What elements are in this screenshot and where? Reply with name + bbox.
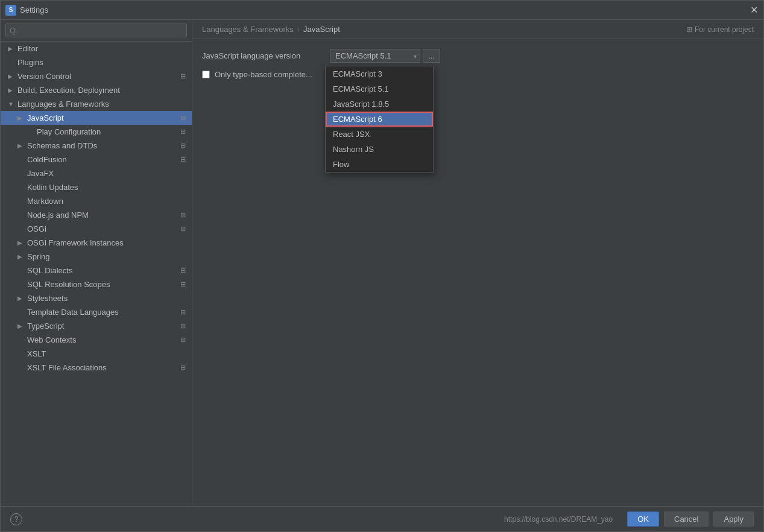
sidebar-item-label: Build, Execution, Deployment [17, 86, 120, 95]
sidebar-item-version-control[interactable]: ▶Version Control⊞ [1, 69, 192, 83]
bottom-left: ? [10, 513, 22, 525]
option-flow[interactable]: Flow [326, 157, 433, 172]
arrow-icon: ▶ [17, 295, 26, 302]
checkbox-label: Only type-based complete... [215, 70, 312, 79]
sidebar-item-label: OSGi Framework Instances [27, 238, 124, 247]
sidebar-item-kotlin-updates[interactable]: Kotlin Updates [1, 180, 192, 194]
sidebar-item-editor[interactable]: ▶Editor [1, 42, 192, 55]
arrow-icon: ▼ [8, 101, 16, 107]
sidebar-item-label: Schemas and DTDs [27, 141, 97, 150]
copy-icon: ⊞ [178, 156, 187, 164]
search-input[interactable] [5, 24, 187, 37]
close-button[interactable]: ✕ [749, 5, 759, 15]
sidebar-item-label: XSLT [27, 349, 46, 358]
sidebar-item-sql-resolution-scopes[interactable]: SQL Resolution Scopes⊞ [1, 277, 192, 291]
sidebar-item-web-contexts[interactable]: Web Contexts⊞ [1, 333, 192, 347]
language-version-dropdown-wrapper: ECMAScript 5.1 ▾ ... [330, 49, 440, 63]
sidebar-item-spring[interactable]: ▶Spring [1, 250, 192, 264]
arrow-icon: ▶ [8, 73, 16, 80]
main-content: ▶EditorPlugins▶Version Control⊞▶Build, E… [1, 20, 763, 506]
language-version-select[interactable]: ECMAScript 5.1 [330, 49, 420, 63]
copy-icon: ⊞ [178, 280, 187, 289]
sidebar: ▶EditorPlugins▶Version Control⊞▶Build, E… [1, 20, 192, 506]
sidebar-item-build-execution-deployment[interactable]: ▶Build, Execution, Deployment [1, 83, 192, 97]
breadcrumb-separator: › [297, 25, 300, 34]
sidebar-item-label: Template Data Languages [27, 308, 119, 317]
bottom-right: https://blog.csdn.net/DREAM_yao OK Cance… [504, 511, 754, 527]
copy-icon: ⊞ [178, 128, 187, 136]
copy-icon: ⊞ [178, 308, 187, 317]
sidebar-item-coldfusion[interactable]: ColdFusion⊞ [1, 153, 192, 166]
copy-icon: ⊞ [178, 267, 187, 275]
copy-icon: ⊞ [178, 211, 187, 220]
type-based-checkbox[interactable] [202, 71, 210, 78]
option-ecmascript3[interactable]: ECMAScript 3 [326, 66, 433, 81]
title-bar: S Settings ✕ [1, 1, 763, 20]
window-title: Settings [20, 5, 48, 14]
copy-icon: ⊞ [178, 72, 187, 81]
arrow-icon: ▶ [8, 45, 16, 52]
sidebar-item-template-data-languages[interactable]: Template Data Languages⊞ [1, 305, 192, 319]
sidebar-item-label: SQL Resolution Scopes [27, 280, 110, 289]
option-ecmascript6[interactable]: ECMAScript 6 [326, 112, 433, 127]
sidebar-item-label: JavaScript [27, 113, 64, 122]
sidebar-item-label: ColdFusion [27, 155, 67, 164]
sidebar-item-xslt[interactable]: XSLT [1, 347, 192, 361]
sidebar-item-label: Spring [27, 252, 50, 261]
help-icon[interactable]: ? [10, 513, 22, 525]
sidebar-item-osgi-framework-instances[interactable]: ▶OSGi Framework Instances [1, 236, 192, 250]
sidebar-item-label: Web Contexts [27, 335, 76, 344]
arrow-icon: ▶ [17, 115, 26, 121]
copy-icon: ⊞ [178, 225, 187, 233]
breadcrumb-project: ⊞For current project [686, 25, 754, 34]
sidebar-item-plugins[interactable]: Plugins [1, 55, 192, 69]
breadcrumb-part-2: JavaScript [303, 25, 340, 34]
sidebar-item-javafx[interactable]: JavaFX [1, 166, 192, 180]
copy-icon: ⊞ [178, 364, 187, 372]
bottom-bar: ? https://blog.csdn.net/DREAM_yao OK Can… [1, 506, 763, 531]
sidebar-item-javascript[interactable]: ▶JavaScript⊞ [1, 111, 192, 125]
settings-window: S Settings ✕ ▶EditorPlugins▶Version Cont… [0, 0, 764, 532]
ok-button[interactable]: OK [627, 511, 659, 527]
sidebar-item-label: Editor [17, 44, 38, 53]
sidebar-item-label: Languages & Frameworks [17, 100, 109, 109]
sidebar-item-play-configuration[interactable]: Play Configuration⊞ [1, 125, 192, 139]
option-react-jsx[interactable]: React JSX [326, 127, 433, 142]
sidebar-item-label: Play Configuration [37, 127, 101, 136]
sidebar-item-stylesheets[interactable]: ▶Stylesheets [1, 291, 192, 305]
sidebar-item-osgi[interactable]: OSGi⊞ [1, 222, 192, 236]
arrow-icon: ▶ [17, 239, 26, 246]
option-javascript185[interactable]: JavaScript 1.8.5 [326, 97, 433, 112]
sidebar-item-sql-dialects[interactable]: SQL Dialects⊞ [1, 264, 192, 277]
settings-content: JavaScript language version ECMAScript 5… [192, 39, 763, 89]
breadcrumb: Languages & Frameworks › JavaScript ⊞For… [192, 20, 763, 39]
app-icon: S [5, 5, 16, 16]
sidebar-item-xslt-file-associations[interactable]: XSLT File Associations⊞ [1, 361, 192, 375]
option-ecmascript51[interactable]: ECMAScript 5.1 [326, 81, 433, 97]
breadcrumb-part-1: Languages & Frameworks [202, 25, 294, 34]
dropdown-container: ECMAScript 5.1 ▾ [330, 49, 420, 63]
sidebar-item-label: Kotlin Updates [27, 183, 78, 192]
sidebar-item-label: SQL Dialects [27, 266, 72, 275]
arrow-icon: ▶ [17, 253, 26, 260]
apply-button[interactable]: Apply [713, 511, 754, 527]
copy-icon: ⊞ [178, 336, 187, 344]
sidebar-item-label: XSLT File Associations [27, 363, 107, 372]
sidebar-item-nodejs-npm[interactable]: Node.js and NPM⊞ [1, 208, 192, 222]
sidebar-item-label: Stylesheets [27, 294, 68, 303]
language-version-row: JavaScript language version ECMAScript 5… [202, 49, 754, 63]
sidebar-item-languages-frameworks[interactable]: ▼Languages & Frameworks [1, 97, 192, 111]
copy-icon: ⊞ [178, 322, 187, 331]
option-nashorn-js[interactable]: Nashorn JS [326, 142, 433, 157]
sidebar-item-schemas-and-dtds[interactable]: ▶Schemas and DTDs⊞ [1, 139, 192, 153]
checkbox-row: Only type-based complete... [202, 70, 754, 79]
sidebar-item-typescript[interactable]: ▶TypeScript⊞ [1, 319, 192, 333]
dropdown-popup[interactable]: ECMAScript 3 ECMAScript 5.1 JavaScript 1… [325, 66, 434, 173]
sidebar-item-label: Plugins [17, 58, 43, 67]
title-bar-left: S Settings [5, 5, 48, 16]
right-panel: Languages & Frameworks › JavaScript ⊞For… [192, 20, 763, 506]
cancel-button[interactable]: Cancel [664, 511, 709, 527]
ellipsis-button[interactable]: ... [423, 49, 440, 63]
sidebar-item-markdown[interactable]: Markdown [1, 194, 192, 208]
copy-icon: ⊞ [178, 142, 187, 150]
